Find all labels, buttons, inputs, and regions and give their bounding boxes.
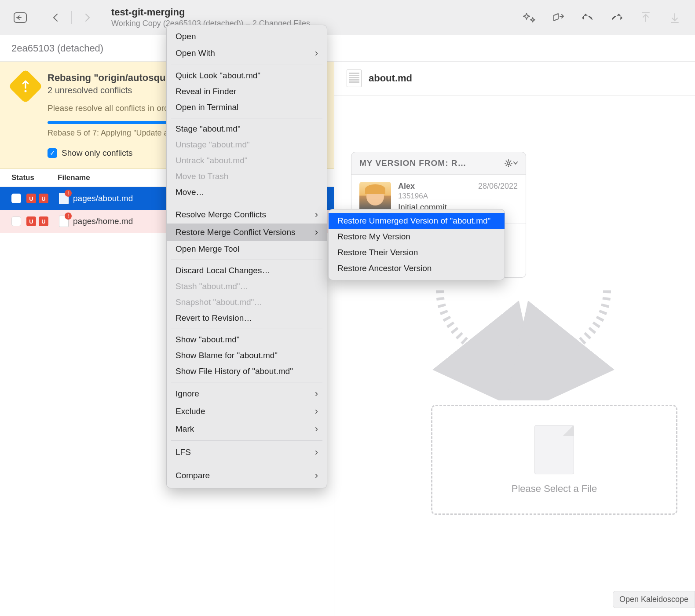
- toolbar-separator: [71, 11, 72, 24]
- file-detail-header: about.md: [334, 62, 695, 95]
- redo-icon[interactable]: [607, 8, 626, 27]
- context-menu-item[interactable]: Exclude›: [167, 403, 327, 420]
- context-menu-item[interactable]: Show File History of "about.md": [167, 363, 327, 379]
- context-menu-separator: [171, 65, 322, 65]
- push-up-icon[interactable]: [636, 8, 655, 27]
- context-menu-label: Snapshot "about.md"…: [176, 297, 262, 307]
- kaleidoscope-label: Open Kaleidoscope: [619, 595, 688, 604]
- file-checkbox[interactable]: [11, 216, 21, 226]
- file-icon: [59, 193, 69, 204]
- placeholder-file-icon: [534, 425, 574, 474]
- context-menu-item[interactable]: Quick Look "about.md": [167, 68, 327, 84]
- context-menu-label: Open With: [176, 48, 215, 58]
- right-panel: about.md MY VERSION from: r… Alex 28/06/…: [334, 62, 695, 616]
- context-menu-label: Compare: [176, 471, 210, 480]
- breadcrumb-text: 2ea65103 (detached): [11, 43, 103, 54]
- sidebar-toggle-button[interactable]: [11, 8, 30, 27]
- context-menu-item[interactable]: Show "about.md": [167, 332, 327, 348]
- context-menu-item: Stash "about.md"…: [167, 279, 327, 294]
- nav-back-button[interactable]: [46, 8, 65, 27]
- context-menu-item[interactable]: Open: [167, 29, 327, 44]
- context-submenu-item[interactable]: Restore Their Version: [329, 245, 505, 260]
- commit-author: Alex: [398, 182, 415, 191]
- context-menu-item[interactable]: Open Merge Tool: [167, 241, 327, 257]
- status-badge: U: [39, 194, 48, 203]
- chevron-right-icon: ›: [315, 470, 318, 481]
- context-menu-label: Revert to Revision…: [176, 313, 252, 323]
- context-submenu-item[interactable]: Restore Unmerged Version of "about.md": [329, 213, 505, 229]
- context-menu-label: Ignore: [176, 389, 199, 399]
- col-status[interactable]: Status: [11, 173, 58, 182]
- context-menu-item[interactable]: Show Blame for "about.md": [167, 348, 327, 363]
- context-menu-label: Resolve Merge Conflicts: [176, 210, 266, 220]
- document-icon: [347, 70, 362, 87]
- file-path: pages/about.md: [73, 194, 133, 203]
- context-submenu-item[interactable]: Restore Ancestor Version: [329, 260, 505, 276]
- pull-down-icon[interactable]: [665, 8, 684, 27]
- context-menu-label: Move…: [176, 187, 204, 197]
- context-menu-label: Exclude: [176, 407, 205, 416]
- context-menu-item[interactable]: Reveal in Finder: [167, 84, 327, 99]
- chevron-right-icon: ›: [315, 209, 318, 220]
- nav-forward-button[interactable]: [78, 8, 97, 27]
- status-badge: U: [39, 216, 48, 226]
- context-menu-item: Snapshot "about.md"…: [167, 294, 327, 310]
- warning-icon: [8, 69, 43, 103]
- chevron-right-icon: ›: [315, 48, 318, 59]
- context-menu-item[interactable]: Discard Local Changes…: [167, 263, 327, 279]
- chevron-right-icon: ›: [315, 406, 318, 417]
- merge-arrows-icon: [350, 286, 679, 400]
- sparkle-icon[interactable]: [520, 8, 539, 27]
- context-menu-separator: [171, 203, 322, 203]
- context-menu-separator: [171, 329, 322, 329]
- version-card-title: MY VERSION from: r…: [359, 158, 467, 168]
- context-menu-item: Move to Trash: [167, 169, 327, 184]
- context-menu-item[interactable]: Stage "about.md": [167, 121, 327, 137]
- context-menu-separator: [171, 260, 322, 260]
- context-menu-item[interactable]: Move…: [167, 184, 327, 200]
- context-menu-item: Unstage "about.md": [167, 137, 327, 153]
- open-kaleidoscope-button[interactable]: Open Kaleidoscope: [613, 591, 695, 608]
- context-menu-item[interactable]: Ignore›: [167, 385, 327, 403]
- chevron-right-icon: ›: [315, 388, 318, 400]
- context-menu-label: Reveal in Finder: [176, 87, 236, 96]
- checkbox-checked-icon: ✓: [48, 148, 57, 158]
- gear-icon[interactable]: [505, 159, 518, 167]
- context-menu-separator: [171, 382, 322, 382]
- context-submenu[interactable]: Restore Unmerged Version of "about.md"Re…: [328, 209, 505, 280]
- context-submenu-label: Restore Ancestor Version: [337, 264, 432, 273]
- context-menu-item[interactable]: Open With›: [167, 44, 327, 62]
- context-menu-label: Open in Terminal: [176, 103, 238, 112]
- context-menu-item[interactable]: Restore Merge Conflict Versions›: [167, 224, 327, 241]
- toolbar: test-git-merging Working Copy (2ea65103 …: [0, 0, 695, 35]
- commit-hash: 135196A: [398, 192, 518, 201]
- status-badge: U: [26, 216, 36, 226]
- chevron-right-icon: ›: [315, 447, 318, 458]
- dropzone-text: Please Select a File: [512, 483, 597, 495]
- context-submenu-label: Restore My Version: [337, 232, 410, 242]
- repo-title: test-git-merging: [111, 7, 310, 18]
- context-menu-separator: [171, 118, 322, 118]
- context-menu-label: Quick Look "about.md": [176, 71, 260, 81]
- file-checkbox[interactable]: [11, 194, 21, 203]
- file-path: pages/home.md: [73, 216, 133, 226]
- context-menu[interactable]: OpenOpen With›Quick Look "about.md"Revea…: [166, 25, 327, 488]
- context-submenu-item[interactable]: Restore My Version: [329, 229, 505, 245]
- context-menu-item[interactable]: Revert to Revision…: [167, 310, 327, 326]
- undo-icon[interactable]: [578, 8, 597, 27]
- context-submenu-label: Restore Their Version: [337, 248, 418, 257]
- file-dropzone[interactable]: Please Select a File: [431, 405, 677, 515]
- context-menu-label: Untrack "about.md": [176, 156, 247, 165]
- chevron-right-icon: ›: [315, 423, 318, 435]
- context-menu-label: Show File History of "about.md": [176, 367, 293, 376]
- chevron-right-icon: ›: [315, 227, 318, 238]
- share-out-icon[interactable]: [549, 8, 568, 27]
- context-menu-item[interactable]: Resolve Merge Conflicts›: [167, 206, 327, 224]
- context-menu-label: Mark: [176, 424, 194, 434]
- context-menu-item[interactable]: LFS›: [167, 444, 327, 461]
- context-menu-item[interactable]: Mark›: [167, 420, 327, 438]
- commit-date: 28/06/2022: [478, 182, 518, 191]
- context-menu-label: Stage "about.md": [176, 124, 241, 134]
- context-menu-item[interactable]: Open in Terminal: [167, 99, 327, 115]
- context-menu-item[interactable]: Compare›: [167, 467, 327, 484]
